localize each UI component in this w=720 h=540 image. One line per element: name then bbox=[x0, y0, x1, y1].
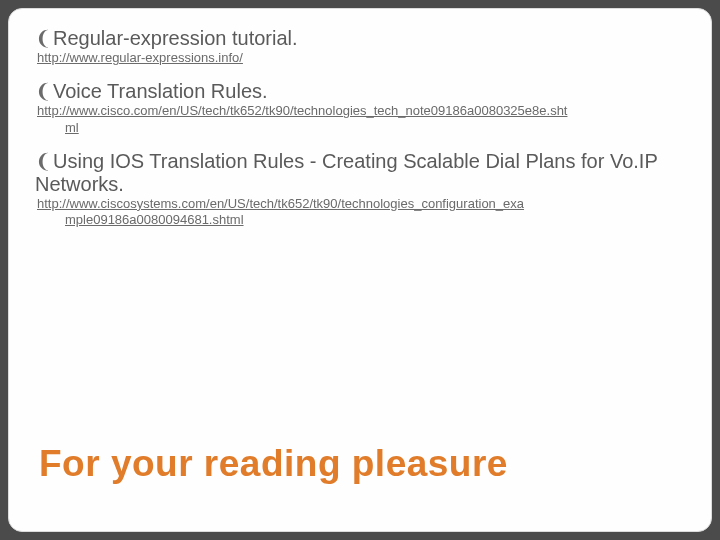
bullet-icon: ❨ bbox=[35, 150, 51, 172]
bullet-row: ❨Voice Translation Rules. bbox=[35, 80, 685, 103]
bullet-text: Voice Translation Rules. bbox=[53, 80, 268, 102]
link-text: http://www.cisco.com/en/US/tech/tk652/tk… bbox=[37, 103, 567, 118]
reference-link[interactable]: http://www.ciscosystems.com/en/US/tech/t… bbox=[35, 196, 685, 229]
bullet-text: Using IOS Translation Rules - Creating S… bbox=[35, 150, 657, 195]
bullet-row: ❨Using IOS Translation Rules - Creating … bbox=[35, 150, 685, 196]
list-item: ❨Regular-expression tutorial. http://www… bbox=[35, 27, 685, 66]
slide-outer: ❨Regular-expression tutorial. http://www… bbox=[0, 0, 720, 540]
link-text-wrap: mple09186a0080094681.shtml bbox=[37, 212, 685, 228]
link-text: http://www.ciscosystems.com/en/US/tech/t… bbox=[37, 196, 524, 211]
bullet-icon: ❨ bbox=[35, 80, 51, 102]
list-item: ❨Using IOS Translation Rules - Creating … bbox=[35, 150, 685, 229]
bullet-row: ❨Regular-expression tutorial. bbox=[35, 27, 685, 50]
slide-body: ❨Regular-expression tutorial. http://www… bbox=[8, 8, 712, 532]
bullet-text: Regular-expression tutorial. bbox=[53, 27, 298, 49]
list-item: ❨Voice Translation Rules. http://www.cis… bbox=[35, 80, 685, 136]
bullet-icon: ❨ bbox=[35, 27, 51, 49]
page-title: For your reading pleasure bbox=[39, 443, 508, 485]
reference-link[interactable]: http://www.regular-expressions.info/ bbox=[35, 50, 685, 66]
reference-link[interactable]: http://www.cisco.com/en/US/tech/tk652/tk… bbox=[35, 103, 685, 136]
link-text-wrap: ml bbox=[37, 120, 685, 136]
link-text: http://www.regular-expressions.info/ bbox=[37, 50, 243, 65]
